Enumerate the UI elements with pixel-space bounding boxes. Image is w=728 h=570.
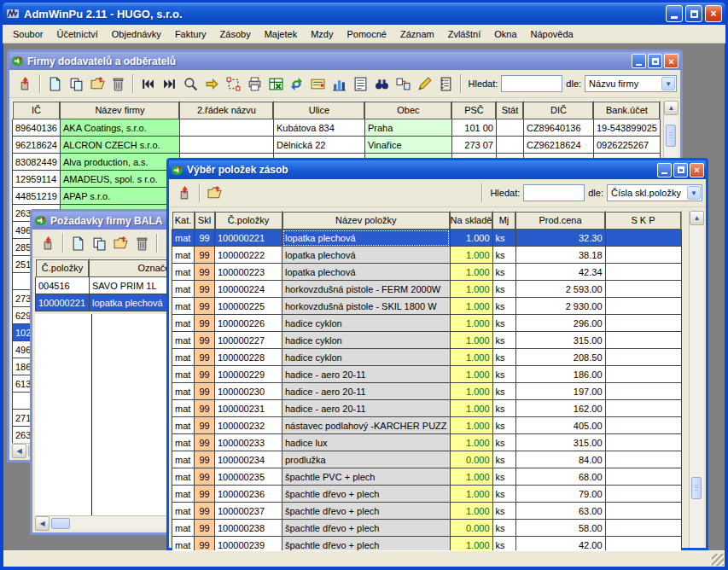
table-cell: 32.30 — [515, 230, 605, 247]
table-row[interactable]: mat99100000228hadice cyklon1.000ks208.50 — [172, 349, 682, 366]
menu-item-zvlastni[interactable]: Zvláštní — [441, 26, 488, 42]
pen-button[interactable] — [414, 73, 435, 94]
vyber-maximize-button[interactable] — [673, 163, 688, 177]
menu-item-napoveda[interactable]: Nápověda — [524, 26, 580, 42]
table-row[interactable]: mat99100000232nástavec podlahový -KARCHE… — [172, 417, 682, 434]
last-record-button[interactable] — [159, 73, 180, 94]
vyber-close-button[interactable]: × — [690, 163, 704, 177]
menu-item-mzdy[interactable]: Mzdy — [304, 26, 340, 42]
menu-item-ucetnictvi[interactable]: Účetnictví — [50, 26, 104, 42]
table-row[interactable]: mat99100000236špachtle dřevo + plech1.00… — [172, 486, 682, 503]
table-row[interactable]: mat99100000229hadice - aero 20-111.000ks… — [172, 366, 682, 383]
table-export-button[interactable] — [265, 73, 287, 94]
go-button[interactable] — [201, 73, 223, 94]
table-cell: Praha — [364, 119, 451, 137]
table-cell: 004516 — [36, 277, 90, 294]
table-row[interactable]: mat99100000226hadice cyklon1.000ks296.00 — [172, 315, 682, 332]
copy-record-button[interactable] — [66, 73, 87, 94]
table-row[interactable]: mat99100000234prodlužka0.000ks84.00 — [172, 451, 682, 468]
print-button[interactable] — [244, 73, 265, 94]
table-row[interactable]: mat99100000230hadice - aero 20-111.000ks… — [172, 383, 682, 400]
firmy-minimize-button[interactable] — [632, 54, 646, 68]
table-cell: prodlužka — [282, 451, 451, 468]
exit-button[interactable] — [174, 183, 195, 203]
duplicate-button[interactable] — [393, 73, 414, 94]
table-row[interactable]: mat99100000239špachtle dřevo + plech1.00… — [172, 537, 682, 551]
table-row[interactable]: mat99100000235špachtle PVC + plech1.000k… — [172, 468, 682, 486]
menu-item-pomocne[interactable]: Pomocné — [340, 26, 393, 42]
table-row[interactable]: mat99100000224horkovzdušná pistole - FER… — [172, 281, 682, 298]
table-cell: lopatka plechová — [282, 230, 451, 247]
new-record-button[interactable] — [67, 233, 89, 253]
table-row[interactable]: mat99100000227hadice cyklon1.000ks315.00 — [172, 332, 682, 349]
maximize-button[interactable] — [685, 5, 702, 22]
table-row[interactable]: 89640136AKA Coatings, s.r.o.Kubátova 834… — [13, 119, 661, 137]
exit-button[interactable] — [38, 233, 59, 253]
table-cell: Alva production, a.s. — [60, 154, 179, 171]
search-input[interactable] — [501, 75, 562, 92]
table-cell: 99 — [195, 315, 215, 332]
firmy-titlebar[interactable]: Firmy dodavatelů a odběratelů × — [9, 52, 680, 70]
table-cell: 100000234 — [215, 451, 282, 468]
vyber-vertical-scrollbar[interactable]: ▲ — [689, 211, 703, 548]
card-button[interactable] — [307, 73, 329, 94]
delete-record-button[interactable] — [108, 73, 130, 94]
table-row[interactable]: mat99100000233hadice lux1.000ks315.00 — [172, 434, 682, 451]
table-cell: 100000227 — [215, 332, 282, 349]
menu-item-okna[interactable]: Okna — [487, 26, 523, 42]
table-cell: 44851219 — [13, 188, 61, 205]
search-button[interactable] — [180, 73, 201, 94]
table-row[interactable]: mat99100000238špachtle dřevo + plech0.00… — [172, 520, 682, 537]
scrollbar-thumb[interactable] — [691, 477, 702, 499]
menu-item-faktury[interactable]: Faktury — [168, 26, 213, 42]
ledger-button[interactable] — [435, 73, 457, 94]
main-titlebar[interactable]: AdmWinPu 2.11 - HUGO, s.r.o. × — [3, 3, 725, 25]
table-row[interactable]: mat99100000221lopatka plechová1.000ks32.… — [172, 230, 682, 247]
menu-item-zasoby[interactable]: Zásoby — [213, 26, 258, 42]
open-record-button[interactable] — [87, 73, 108, 94]
firmy-close-button[interactable]: × — [664, 54, 678, 68]
exit-button[interactable] — [15, 73, 36, 94]
menu-item-soubor[interactable]: Soubor — [6, 26, 50, 42]
menu-item-zaznam[interactable]: Záznam — [393, 26, 441, 42]
refresh-button[interactable] — [287, 73, 308, 94]
menu-item-majetek[interactable]: Majetek — [258, 26, 305, 42]
chevron-down-icon[interactable]: ▼ — [661, 77, 675, 90]
scroll-left-icon[interactable]: ◀ — [12, 444, 26, 458]
scroll-up-icon[interactable]: ▲ — [664, 101, 678, 115]
table-row[interactable]: mat99100000237špachtle dřevo + plech1.00… — [172, 503, 682, 520]
table-cell: 2 593.00 — [515, 281, 605, 298]
delete-record-button[interactable] — [131, 233, 153, 253]
table-row[interactable]: mat99100000223lopatka plechová1.000ks42.… — [172, 264, 682, 281]
close-button[interactable]: × — [705, 5, 722, 22]
resize-grip[interactable] — [712, 554, 724, 566]
copy-record-button[interactable] — [89, 233, 110, 253]
vyber-minimize-button[interactable] — [657, 163, 672, 177]
vyber-titlebar[interactable]: Výběr položek zásob × — [169, 160, 706, 179]
chart-button[interactable] — [329, 73, 350, 94]
select-region-button[interactable] — [223, 73, 244, 94]
search-by-select[interactable]: Názvu firmy ▼ — [585, 75, 677, 92]
open-record-button[interactable] — [110, 233, 131, 253]
menu-item-objednavky[interactable]: Objednávky — [105, 26, 168, 42]
first-record-button[interactable] — [137, 73, 159, 94]
chevron-down-icon[interactable]: ▼ — [687, 186, 701, 200]
minimize-button[interactable] — [666, 5, 683, 22]
new-record-button[interactable] — [44, 73, 66, 94]
table-row[interactable]: mat99100000225horkovzdušná pistole - SKI… — [172, 298, 682, 315]
scrollbar-thumb[interactable] — [666, 125, 676, 147]
table-cell: 1.000 — [450, 434, 492, 451]
search-input[interactable] — [523, 184, 585, 201]
list-button[interactable] — [350, 73, 371, 94]
scrollbar-thumb[interactable] — [51, 518, 70, 529]
binoculars-button[interactable] — [371, 73, 393, 94]
firmy-maximize-button[interactable] — [648, 54, 662, 68]
table-row[interactable]: 96218624ALCRON CZECH s.r.o.Dělnická 22Vi… — [13, 137, 661, 154]
table-row[interactable]: mat99100000222lopatka plechová1.000ks38.… — [172, 247, 682, 264]
scroll-up-icon[interactable]: ▲ — [690, 211, 704, 225]
search-by-select[interactable]: Čísla skl.položky ▼ — [607, 184, 702, 201]
open-record-button[interactable] — [204, 183, 225, 203]
scroll-left-icon[interactable]: ◀ — [35, 516, 50, 531]
application-window: AdmWinPu 2.11 - HUGO, s.r.o. × SouborÚče… — [0, 0, 728, 570]
table-row[interactable]: mat99100000231hadice - aero 20-111.000ks… — [172, 400, 682, 417]
